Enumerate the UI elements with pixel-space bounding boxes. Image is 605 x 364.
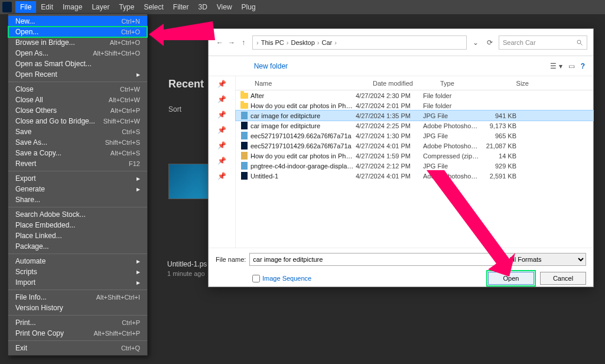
file-row[interactable]: pngtree-c4d-indoor-garage-display-car-..…: [236, 161, 593, 171]
menu-view[interactable]: View: [212, 1, 237, 13]
col-name[interactable]: Name: [250, 80, 368, 87]
col-type[interactable]: Type: [435, 80, 492, 87]
file-menu-item[interactable]: Version History: [8, 303, 147, 313]
file-menu-item[interactable]: Scripts▸: [8, 266, 147, 277]
photoshop-menubar: FileEditImageLayerTypeSelectFilter3DView…: [0, 0, 605, 14]
file-menu-item[interactable]: CloseCtrl+W: [8, 84, 147, 95]
svg-line-1: [581, 43, 583, 45]
file-menu-item[interactable]: Close OthersAlt+Ctrl+P: [8, 105, 147, 116]
menu-3d[interactable]: 3D: [193, 1, 212, 13]
view-options-icon[interactable]: ☰ ▾: [550, 62, 562, 70]
file-row[interactable]: After4/27/2024 2:30 PMFile folder: [236, 90, 593, 100]
file-menu-item[interactable]: Print One CopyAlt+Shift+Ctrl+P: [8, 328, 147, 339]
file-row[interactable]: How do you edit car photos in Photoshop4…: [236, 100, 593, 110]
dialog-toolbar: Organize New folder ☰ ▾ ▭ ?: [209, 56, 593, 76]
file-row[interactable]: car image for editpicture4/27/2024 1:35 …: [236, 110, 593, 121]
psd-icon: [239, 172, 249, 180]
search-input[interactable]: Search Car: [499, 35, 587, 50]
file-menu-item[interactable]: Open Recent▸: [8, 69, 147, 80]
file-menu-item[interactable]: File Info...Alt+Shift+Ctrl+I: [8, 292, 147, 303]
col-size[interactable]: Size: [492, 80, 534, 87]
file-menu-item[interactable]: Automate▸: [8, 256, 147, 266]
file-menu-item[interactable]: Close AllAlt+Ctrl+W: [8, 95, 147, 105]
format-select[interactable]: All Formats: [503, 253, 586, 266]
file-name-label: File name:: [216, 256, 246, 263]
img-icon: [239, 112, 249, 120]
folder-icon: [239, 92, 249, 100]
thumb-time: 1 minute ago: [167, 270, 205, 277]
file-list-header: Name Date modified Type Size: [236, 76, 593, 90]
file-menu-item[interactable]: New...Ctrl+N: [8, 16, 147, 27]
pin-icon[interactable]: 📌: [209, 153, 235, 168]
recent-heading: Recent: [168, 78, 204, 90]
file-menu-item[interactable]: Place Embedded...: [8, 220, 147, 230]
file-menu-item[interactable]: Open as Smart Object...: [8, 58, 147, 69]
file-menu-item[interactable]: Print...Ctrl+P: [8, 317, 147, 328]
file-list: Name Date modified Type Size After4/27/2…: [236, 76, 593, 248]
menu-image[interactable]: Image: [58, 1, 87, 13]
col-date[interactable]: Date modified: [368, 80, 435, 87]
pin-icon[interactable]: 📌: [209, 107, 235, 122]
file-menu-item[interactable]: Open As...Alt+Shift+Ctrl+O: [8, 48, 147, 58]
img-icon: [239, 132, 249, 140]
cancel-button[interactable]: Cancel: [540, 272, 586, 285]
psd-icon: [239, 122, 249, 130]
file-menu-item[interactable]: Generate▸: [8, 184, 147, 194]
file-menu-item[interactable]: Close and Go to Bridge...Shift+Ctrl+W: [8, 116, 147, 126]
new-folder-link[interactable]: New folder: [254, 62, 288, 70]
menu-plug[interactable]: Plug: [237, 1, 261, 13]
open-file-dialog: ← → ↑ ›This PC›Desktop›Car› ⌄ ⟳ Search C…: [208, 28, 594, 287]
breadcrumb-segment[interactable]: This PC: [261, 39, 284, 46]
file-row[interactable]: Untitled-14/27/2024 4:01 PMAdobe Photosh…: [236, 171, 593, 181]
file-menu-item[interactable]: Package...: [8, 241, 147, 252]
img-icon: [239, 162, 249, 170]
file-menu-item[interactable]: Save As...Shift+Ctrl+S: [8, 137, 147, 148]
pin-icon[interactable]: 📌: [209, 122, 235, 138]
nav-fwd-icon[interactable]: →: [226, 37, 237, 48]
file-menu-item[interactable]: RevertF12: [8, 158, 147, 169]
annotation-arrow: [149, 17, 220, 58]
search-placeholder: Search Car: [503, 39, 536, 46]
help-icon[interactable]: ?: [581, 62, 585, 70]
file-menu-item[interactable]: Save a Copy...Alt+Ctrl+S: [8, 148, 147, 158]
menu-layer[interactable]: Layer: [87, 1, 114, 13]
pin-icon[interactable]: 📌: [209, 92, 235, 107]
file-row[interactable]: car image for editpicture4/27/2024 2:25 …: [236, 121, 593, 131]
file-menu-item[interactable]: Browse in Bridge...Alt+Ctrl+O: [8, 37, 147, 48]
image-sequence-checkbox[interactable]: [252, 275, 260, 282]
dialog-addressbar: ← → ↑ ›This PC›Desktop›Car› ⌄ ⟳ Search C…: [209, 29, 593, 56]
file-menu-item[interactable]: Open...Ctrl+O: [8, 27, 147, 37]
pin-icon[interactable]: 📌: [209, 168, 235, 184]
file-row[interactable]: How do you edit car photos in Photoshop4…: [236, 151, 593, 161]
menu-edit[interactable]: Edit: [36, 1, 58, 13]
file-menu-item[interactable]: Place Linked...: [8, 230, 147, 241]
file-menu-item[interactable]: SaveCtrl+S: [8, 126, 147, 137]
dropdown-history-icon[interactable]: ⌄: [470, 37, 481, 48]
file-menu-item[interactable]: Search Adobe Stock...: [8, 209, 147, 220]
file-menu-item[interactable]: Export▸: [8, 173, 147, 184]
nav-up-icon[interactable]: ↑: [238, 37, 249, 48]
recent-thumbnail[interactable]: [168, 164, 209, 199]
file-menu-item[interactable]: Import▸: [8, 277, 147, 288]
file-menu-item[interactable]: ExitCtrl+Q: [8, 343, 147, 353]
pin-icon[interactable]: 📌: [209, 76, 235, 92]
image-sequence-label: Image Sequence: [262, 275, 311, 282]
photoshop-logo-icon: [2, 2, 12, 12]
pin-icon[interactable]: 📌: [209, 138, 235, 153]
menu-select[interactable]: Select: [139, 1, 168, 13]
file-row[interactable]: eec527197101429.662a76f67a71a4/27/2024 4…: [236, 141, 593, 151]
sort-label[interactable]: Sort: [168, 105, 181, 113]
refresh-icon[interactable]: ⟳: [484, 37, 495, 48]
breadcrumb-segment[interactable]: Car: [322, 39, 333, 46]
breadcrumb-segment[interactable]: Desktop: [291, 39, 314, 46]
dialog-footer: File name: All Formats Image Sequence Op…: [209, 248, 593, 291]
file-row[interactable]: eec527197101429.662a76f67a71a4/27/2024 1…: [236, 131, 593, 141]
annotation-arrow: [421, 170, 515, 277]
breadcrumb[interactable]: ›This PC›Desktop›Car›: [252, 35, 467, 50]
menu-type[interactable]: Type: [114, 1, 139, 13]
menu-file[interactable]: File: [15, 1, 36, 13]
menu-filter[interactable]: Filter: [168, 1, 194, 13]
preview-pane-icon[interactable]: ▭: [568, 62, 575, 70]
svg-point-0: [577, 40, 581, 44]
file-menu-item[interactable]: Share...: [8, 194, 147, 205]
